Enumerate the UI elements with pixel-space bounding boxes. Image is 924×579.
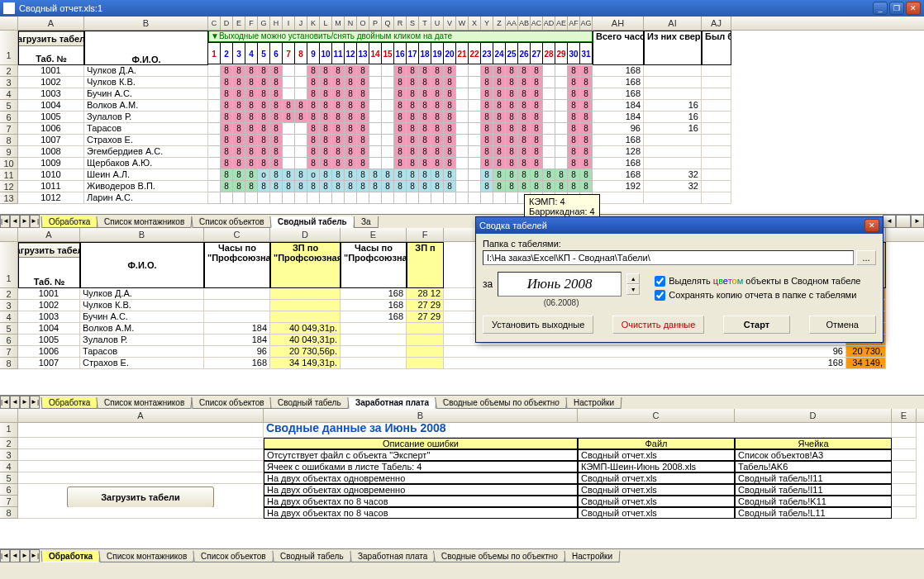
scroll-thumb[interactable] [896,215,911,228]
load-button-1[interactable]: Загрузить табели [18,31,84,46]
folder-input[interactable] [483,250,854,265]
btn-clear-data[interactable]: Очистить данные [612,316,705,334]
tab-nav-prev[interactable]: ◄ [10,549,20,562]
load-button-2[interactable]: Загрузить табели [18,243,80,258]
btn-start[interactable]: Старт [723,316,790,334]
tab-nav-last[interactable]: ►| [30,549,40,562]
sheet-tab[interactable]: Список объектов [191,397,272,409]
scroll-right[interactable]: ► [911,215,924,228]
sheet-tab[interactable]: Сводный табель [270,216,355,228]
app-icon [3,2,15,14]
dialog-title: Сводка табелей [479,221,547,230]
tabstrip-2: |◄ ◄ ► ►| ОбработкаСписок монтажниковСпи… [0,395,924,409]
month-down[interactable]: ▼ [626,284,640,295]
pane-errors: A B C D E 1Сводные данные за Июнь 20082О… [0,409,924,562]
month-display: Июнь 2008 [498,272,622,297]
sheet-tab[interactable]: Сводный табель [272,551,351,562]
tabstrip-3: |◄ ◄ ► ►| ОбработкаСписок монтажниковСпи… [0,548,924,562]
month-num: (06.2008) [544,298,579,307]
chk-savecopy[interactable] [655,290,665,301]
folder-label: Папка с табелями: [483,239,876,249]
sheet-tab[interactable]: Настройки [564,551,620,562]
btn-set-weekends[interactable]: Установить выходные [483,316,593,334]
dialog-summary: Сводка табелей ✕ Папка с табелями: ... з… [475,216,884,343]
close-button[interactable]: ✕ [906,2,921,15]
sheet-tab[interactable]: Список объектов [193,551,274,562]
tab-nav-first[interactable]: |◄ [0,215,10,228]
btn-cancel[interactable]: Отмена [809,316,876,334]
sheet-tab[interactable]: Список монтажников [97,216,193,228]
sheet-tab[interactable]: Список монтажников [97,397,193,409]
tab-nav-first[interactable]: |◄ [0,549,10,562]
sheet-tab[interactable]: Список монтажников [98,551,195,562]
tab-nav-last[interactable]: ►| [30,215,40,228]
sheet-tab[interactable]: За [354,216,379,228]
sheet-tab[interactable]: Обработка [41,551,101,562]
dialog-close-button[interactable]: ✕ [864,219,879,232]
sheet-tab[interactable]: Заработная плата [347,397,436,409]
sheet-tab[interactable]: Сводные объемы по объектно [435,397,568,409]
maximize-button[interactable]: ❐ [889,2,904,15]
minimize-button[interactable]: _ [873,2,888,15]
sheet-tab[interactable]: Обработка [41,216,98,228]
sheet-tab[interactable]: Сводный табель [270,397,350,409]
tab-nav-next[interactable]: ► [20,396,30,409]
chk-highlight[interactable] [655,276,665,287]
window-title: Сводный отчет.xls:1 [19,3,102,13]
scroll-left[interactable]: ◄ [883,215,896,228]
main-titlebar: Сводный отчет.xls:1 _ ❐ ✕ [0,0,924,17]
sheet-tab[interactable]: Настройки [565,397,622,409]
cell-tooltip: КЭМП: 4 Баррикадная: 4 [524,194,600,219]
pane-timesheet: ABCDEFGHIJKLMNOPQRSTUVWXYZAAABACADAEAFAG… [0,17,924,228]
tab-nav-last[interactable]: ►| [30,396,40,409]
tab-nav-next[interactable]: ► [20,215,30,228]
tab-nav-prev[interactable]: ◄ [10,396,20,409]
sheet-tab[interactable]: Список объектов [191,216,272,228]
sheet-tab[interactable]: Сводные объемы по объектно [433,551,566,562]
tab-nav-next[interactable]: ► [20,549,30,562]
sheet-tab[interactable]: Заработная плата [350,551,436,562]
load-button-3[interactable]: Загрузить табели [67,486,214,508]
month-up[interactable]: ▲ [626,273,640,284]
za-label: за [483,278,493,290]
browse-button[interactable]: ... [856,250,876,265]
sheet-tab[interactable]: Обработка [41,397,98,409]
tab-nav-first[interactable]: |◄ [0,396,10,409]
tab-nav-prev[interactable]: ◄ [10,215,20,228]
